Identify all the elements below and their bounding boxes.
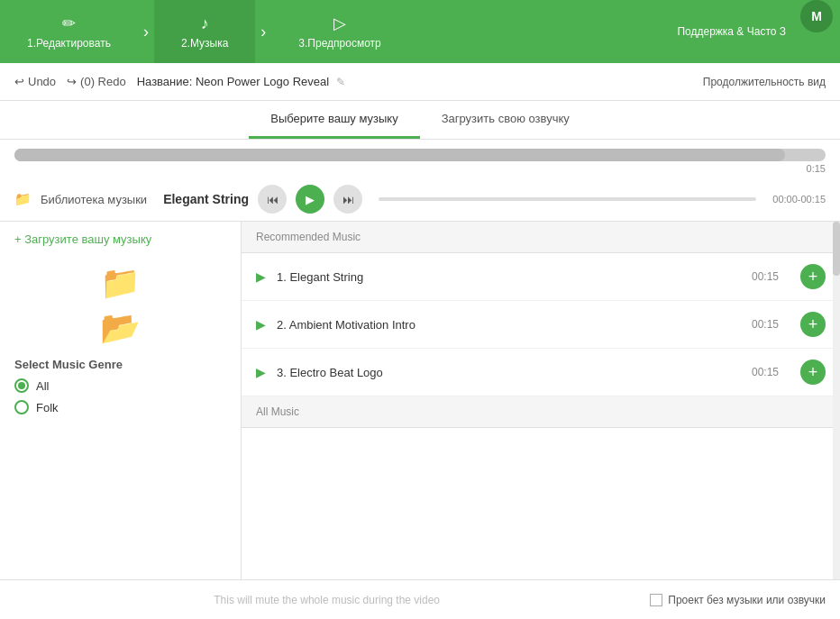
edit-title-icon[interactable]: ✎ (336, 76, 345, 88)
library-label: Библиотека музыки (41, 193, 147, 206)
step3-label: 3.Предпросмотр (298, 37, 380, 50)
nav-step-2[interactable]: ♪ 2.Музыка (154, 0, 255, 63)
genre-section-label: Select Music Genre (0, 354, 241, 375)
step1-label: 1.Редактировать (27, 37, 111, 50)
nav-arrow-2: › (255, 0, 271, 63)
project-title: Название: Neon Power Logo Reveal ✎ (137, 75, 345, 88)
bottom-bar: This will mute the whole music during th… (0, 579, 840, 619)
track-1-name: 1. Elegant String (277, 270, 741, 284)
redo-icon: ↪ (67, 75, 77, 88)
next-button[interactable]: ⏭ (333, 185, 362, 214)
tab-upload-voiceover[interactable]: Загрузить свою озвучку (420, 101, 591, 139)
top-nav: ✏ 1.Редактировать › ♪ 2.Музыка › ▷ 3.Пре… (0, 0, 840, 63)
play-button[interactable]: ▶ (296, 185, 324, 214)
right-panel: Recommended Music ▶ 1. Elegant String 00… (242, 222, 840, 579)
now-playing-title: Elegant String (163, 192, 249, 206)
add-track-1-button[interactable]: + (800, 264, 826, 289)
redo-button[interactable]: ↪ (0) Redo (67, 75, 126, 88)
tabs-bar: Выберите вашу музыку Загрузить свою озву… (0, 101, 840, 140)
track-item-3: ▶ 3. Electro Beat Logo 00:15 + (242, 349, 840, 396)
undo-icon: ↩ (14, 75, 24, 88)
music-icon: ♪ (201, 14, 209, 33)
left-panel: + Загрузите вашу музыку 📁 📂 Select Music… (0, 222, 242, 579)
tab-select-music[interactable]: Выберите вашу музыку (249, 101, 419, 139)
track-item-1: ▶ 1. Elegant String 00:15 + (242, 253, 840, 301)
genre-radio-folk[interactable]: Folk (14, 400, 226, 414)
main-content: Выберите вашу музыку Загрузить свою озву… (0, 101, 840, 579)
add-track-3-button[interactable]: + (800, 360, 826, 385)
audio-progress-wrap: 0:15 (0, 140, 840, 178)
radio-folk-indicator (14, 400, 29, 414)
track-3-duration: 00:15 (752, 366, 779, 378)
track-1-duration: 00:15 (752, 270, 779, 283)
audio-progress-bar[interactable] (14, 149, 826, 161)
genre-options: All Folk (0, 375, 241, 418)
track-2-duration: 00:15 (752, 318, 779, 331)
scrollbar-thumb[interactable] (833, 222, 840, 276)
audio-time: 0:15 (14, 163, 826, 174)
mute-hint-text: This will mute the whole music during th… (14, 594, 639, 606)
body-split: + Загрузите вашу музыку 📁 📂 Select Music… (0, 222, 840, 579)
track-3-name: 3. Electro Beat Logo (277, 366, 741, 379)
user-button[interactable]: М (800, 0, 833, 32)
track-item-2: ▶ 2. Ambient Motivation Intro 00:15 + (242, 301, 840, 349)
no-music-checkbox-wrap[interactable]: Проект без музыки или озвучки (650, 594, 826, 606)
player-seek-bar[interactable] (379, 197, 756, 201)
add-track-2-button[interactable]: + (800, 312, 826, 337)
radio-all-indicator (14, 378, 29, 393)
no-music-checkbox[interactable] (650, 594, 662, 606)
nav-arrow-1: › (138, 0, 154, 63)
prev-button[interactable]: ⏮ (258, 185, 287, 214)
scrollbar-track[interactable] (833, 222, 840, 579)
folder-open-icon: 📂 (100, 309, 141, 347)
undo-button[interactable]: ↩ Undo (14, 75, 56, 88)
genre-radio-all[interactable]: All (14, 378, 226, 393)
section-recommended-header: Recommended Music (242, 222, 840, 253)
player-row: 📁 Библиотека музыки Elegant String ⏮ ▶ ⏭… (0, 178, 840, 222)
play-track-2-button[interactable]: ▶ (256, 317, 266, 332)
edit-icon: ✏ (62, 14, 76, 33)
support-link[interactable]: Поддержка & Часто З (662, 0, 800, 63)
genre-all-label: All (36, 379, 49, 393)
no-music-label: Проект без музыки или озвучки (668, 594, 826, 606)
step2-label: 2.Музыка (181, 37, 228, 50)
toolbar: ↩ Undo ↪ (0) Redo Название: Neon Power L… (0, 63, 840, 101)
audio-progress-fill (14, 149, 785, 161)
play-track-1-button[interactable]: ▶ (256, 269, 266, 284)
track-2-name: 2. Ambient Motivation Intro (277, 318, 741, 332)
play-track-3-button[interactable]: ▶ (256, 365, 266, 379)
folder-closed-icon: 📁 (100, 264, 141, 302)
section-all-header: All Music (242, 396, 840, 428)
nav-step-1[interactable]: ✏ 1.Редактировать (0, 0, 138, 63)
library-folder-icon: 📁 (14, 191, 32, 207)
player-time-range: 00:00-00:15 (772, 194, 826, 205)
duration-label: Продолжительность вид (703, 76, 826, 88)
upload-music-button[interactable]: + Загрузите вашу музыку (14, 232, 226, 246)
nav-step-3[interactable]: ▷ 3.Предпросмотр (271, 0, 407, 63)
genre-icons: 📁 📂 (0, 257, 241, 354)
genre-folk-label: Folk (36, 401, 59, 414)
preview-icon: ▷ (333, 14, 346, 33)
